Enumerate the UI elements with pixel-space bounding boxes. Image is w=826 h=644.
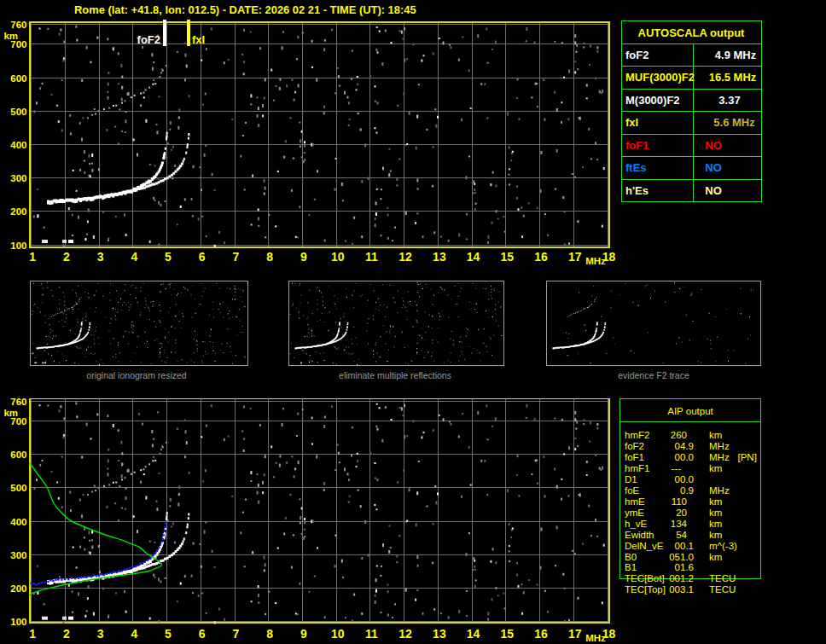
svg-text:foF1: foF1 (625, 139, 649, 152)
svg-text:5: 5 (165, 627, 172, 641)
svg-text:200: 200 (10, 583, 26, 594)
svg-text:8: 8 (266, 627, 273, 641)
svg-text:9: 9 (300, 627, 307, 641)
svg-text:1: 1 (29, 250, 36, 264)
svg-text:evidence F2 trace: evidence F2 trace (618, 370, 689, 380)
svg-text:B1: B1 (625, 562, 637, 572)
svg-text:TEC[Bot]: TEC[Bot] (625, 573, 665, 583)
svg-text:003.1: 003.1 (669, 584, 694, 595)
svg-text:foE: foE (625, 485, 640, 496)
svg-text:14: 14 (467, 250, 480, 264)
svg-text:04.9: 04.9 (675, 441, 694, 451)
svg-text:600: 600 (10, 450, 26, 460)
svg-text:AUTOSCALA output: AUTOSCALA output (638, 26, 746, 39)
svg-text:ymE: ymE (625, 508, 644, 518)
svg-text:11: 11 (365, 250, 378, 264)
svg-text:ftEs: ftEs (625, 161, 647, 174)
svg-text:km: km (709, 430, 722, 440)
svg-text:eliminate multiple reflections: eliminate multiple reflections (339, 370, 451, 380)
svg-text:hmF2: hmF2 (625, 430, 649, 440)
svg-text:4.9 MHz: 4.9 MHz (715, 49, 757, 61)
svg-text:500: 500 (10, 483, 26, 493)
svg-text:260: 260 (671, 430, 687, 440)
svg-text:760: 760 (10, 397, 26, 407)
svg-text:3: 3 (97, 627, 104, 641)
svg-text:---: --- (672, 463, 682, 473)
svg-text:001.2: 001.2 (669, 573, 694, 583)
svg-text:5: 5 (165, 250, 172, 264)
svg-text:hmF1: hmF1 (625, 463, 649, 473)
svg-text:NO: NO (705, 184, 722, 197)
svg-text:km: km (709, 552, 722, 562)
svg-text:NO: NO (705, 161, 722, 174)
svg-text:TEC[Top]: TEC[Top] (625, 584, 666, 595)
svg-text:10: 10 (331, 627, 345, 641)
svg-text:17: 17 (568, 627, 582, 641)
svg-text:m^(-3): m^(-3) (709, 541, 737, 551)
svg-text:5.6 MHz: 5.6 MHz (713, 116, 755, 129)
svg-text:10: 10 (331, 250, 345, 264)
svg-text:9: 9 (300, 250, 307, 264)
svg-text:16: 16 (534, 250, 548, 264)
svg-text:DelN_vE: DelN_vE (625, 541, 664, 551)
svg-text:TECU: TECU (709, 584, 736, 595)
svg-text:13: 13 (433, 627, 446, 641)
svg-text:7: 7 (233, 250, 240, 264)
svg-text:16.5 MHz: 16.5 MHz (709, 71, 757, 84)
svg-text:MHz: MHz (709, 452, 730, 462)
svg-text:4: 4 (131, 250, 137, 264)
svg-text:100: 100 (10, 241, 26, 251)
svg-text:Rome (lat: +41.8, lon: 012.5): Rome (lat: +41.8, lon: 012.5) - DATE: 20… (74, 3, 416, 16)
svg-text:00.0: 00.0 (675, 474, 694, 484)
svg-text:km: km (709, 496, 722, 507)
svg-text:13: 13 (433, 250, 446, 264)
svg-text:original ionogram resized: original ionogram resized (86, 370, 186, 380)
svg-text:km: km (709, 463, 722, 473)
svg-text:MHz: MHz (585, 633, 606, 643)
svg-text:2: 2 (63, 250, 70, 264)
svg-text:15: 15 (501, 250, 515, 264)
svg-text:600: 600 (10, 73, 26, 84)
svg-text:foF2: foF2 (625, 49, 649, 61)
svg-text:3.37: 3.37 (718, 94, 740, 107)
svg-text:400: 400 (10, 140, 26, 150)
svg-text:B0: B0 (625, 552, 637, 562)
svg-text:km: km (3, 31, 18, 41)
svg-text:20: 20 (676, 508, 687, 518)
svg-text:4: 4 (131, 627, 137, 641)
svg-text:3: 3 (97, 250, 104, 264)
svg-text:200: 200 (10, 206, 26, 217)
svg-text:700: 700 (10, 39, 26, 49)
svg-text:km: km (3, 408, 18, 418)
svg-text:NO: NO (705, 139, 722, 152)
svg-text:12: 12 (398, 627, 412, 641)
svg-text:fxI: fxI (192, 33, 205, 46)
svg-text:2: 2 (63, 627, 70, 641)
svg-text:15: 15 (501, 627, 515, 641)
svg-text:6: 6 (199, 627, 206, 641)
svg-text:00.0: 00.0 (675, 452, 694, 462)
svg-text:fxI: fxI (625, 116, 638, 129)
svg-text:MHz: MHz (709, 485, 730, 496)
svg-text:foF2: foF2 (625, 441, 644, 451)
svg-text:134: 134 (671, 519, 688, 529)
svg-text:6: 6 (199, 250, 206, 264)
svg-text:MHz: MHz (585, 256, 606, 266)
svg-text:110: 110 (672, 496, 687, 507)
svg-text:km: km (709, 530, 722, 540)
svg-text:8: 8 (266, 250, 273, 264)
svg-text:54: 54 (676, 530, 687, 540)
svg-text:[PN]: [PN] (738, 452, 757, 462)
svg-text:km: km (709, 508, 722, 518)
svg-text:h'Es: h'Es (625, 184, 649, 197)
svg-text:16: 16 (534, 627, 548, 641)
svg-text:400: 400 (10, 517, 26, 527)
svg-text:MUF(3000)F2: MUF(3000)F2 (625, 71, 695, 84)
svg-text:300: 300 (10, 173, 26, 183)
svg-text:km: km (709, 519, 722, 529)
svg-text:MHz: MHz (709, 441, 730, 451)
svg-text:D1: D1 (625, 474, 637, 484)
svg-text:7: 7 (233, 627, 240, 641)
svg-text:051.0: 051.0 (669, 552, 694, 562)
svg-text:hmE: hmE (625, 496, 645, 507)
